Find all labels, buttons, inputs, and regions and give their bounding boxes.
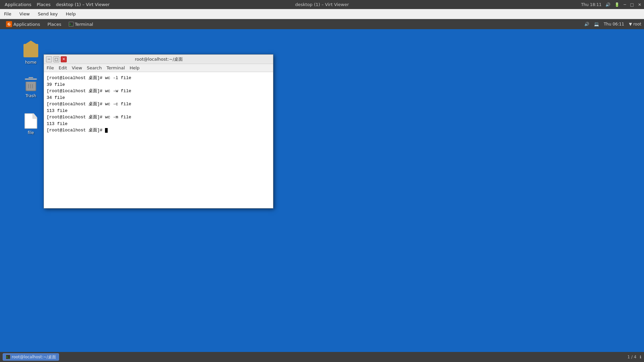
guest-topbar-right: 🔊 💻 Thu 06:11 ▼ root <box>584 22 641 26</box>
terminal-controls: ─ □ ✕ <box>46 56 67 62</box>
terminal-close-btn[interactable]: ✕ <box>61 56 67 62</box>
guest-monitor-icon[interactable]: 💻 <box>594 22 599 26</box>
home-folder-image <box>23 43 39 59</box>
term-line-2: 39 file <box>47 81 270 88</box>
terminal-window: ─ □ ✕ root@localhost:~/桌面 File Edit View… <box>44 54 273 208</box>
trash-label: Trash <box>24 93 37 99</box>
guest-topbar-left: G Applications Places >_ Terminal <box>3 20 97 28</box>
terminal-menu-search[interactable]: Search <box>87 65 102 70</box>
host-topbar: Applications Places desktop (1) – Virt V… <box>0 0 644 9</box>
virt-menu-sendkey[interactable]: Send key <box>37 11 59 17</box>
guest-applications-menu[interactable]: G Applications <box>3 20 43 28</box>
virt-menu-help[interactable]: Help <box>64 11 77 17</box>
term-line-5: [root@localhost 桌面]# wc -c file <box>47 101 270 108</box>
terminal-menu-terminal[interactable]: Terminal <box>106 65 125 70</box>
guest-places-label: Places <box>47 22 61 27</box>
host-close[interactable]: ✕ <box>638 2 641 7</box>
host-topbar-center: desktop (1) – Virt Viewer <box>295 2 349 7</box>
file-icon[interactable]: file <box>17 113 44 135</box>
terminal-menu-file[interactable]: File <box>47 65 54 70</box>
term-line-6: 113 file <box>47 108 270 114</box>
guest-taskbar: >_ root@localhost:~/桌面 1 / 4 ℹ <box>0 352 644 362</box>
taskbar-term-icon: >_ <box>6 355 10 359</box>
guest-page-indicator: 1 / 4 <box>627 355 636 359</box>
terminal-icon: >_ <box>69 22 73 26</box>
guest-area: G Applications Places >_ Terminal 🔊 💻 Th… <box>0 19 644 362</box>
terminal-minimize-btn[interactable]: ─ <box>46 56 52 62</box>
file-image <box>23 113 39 129</box>
terminal-menu-view[interactable]: View <box>72 65 82 70</box>
terminal-cursor <box>105 128 108 133</box>
guest-applications-label: Applications <box>13 22 40 27</box>
guest-time: Thu 06:11 <box>604 22 624 26</box>
home-folder-label: home <box>24 60 38 65</box>
desktop: home Trash file <box>0 29 644 352</box>
trash-lid <box>25 78 37 80</box>
host-applications-menu[interactable]: Applications <box>3 1 33 8</box>
host-maximize[interactable]: □ <box>630 2 634 7</box>
host-battery: 🔋 <box>614 2 620 7</box>
host-volume[interactable]: 🔊 <box>605 2 610 7</box>
home-folder-icon[interactable]: home <box>17 43 44 65</box>
terminal-title: root@localhost:~/桌面 <box>67 56 251 62</box>
trash-icon[interactable]: Trash <box>17 76 44 99</box>
guest-info-icon[interactable]: ℹ <box>640 355 641 359</box>
guest-terminal-label: Terminal <box>75 22 93 27</box>
guest-volume-icon[interactable]: 🔊 <box>584 22 589 26</box>
terminal-body[interactable]: [root@localhost 桌面]# wc -l file 39 file … <box>44 72 273 208</box>
host-topbar-right: Thu 18:11 🔊 🔋 ─ □ ✕ <box>581 2 641 7</box>
guest-taskbar-terminal-btn[interactable]: >_ root@localhost:~/桌面 <box>3 353 59 361</box>
term-line-9: [root@localhost 桌面]# <box>47 127 270 134</box>
virt-viewer-window: File View Send key Help G Applications P… <box>0 9 644 362</box>
virt-menubar: File View Send key Help <box>0 9 644 19</box>
terminal-menubar: File Edit View Search Terminal Help <box>44 64 273 72</box>
term-line-7: [root@localhost 桌面]# wc -m file <box>47 114 270 121</box>
guest-topbar: G Applications Places >_ Terminal 🔊 💻 Th… <box>0 19 644 29</box>
term-line-3: [root@localhost 桌面]# wc -w file <box>47 88 270 95</box>
host-time: Thu 18:11 <box>581 2 601 7</box>
trash-handle <box>29 77 33 78</box>
virt-menu-view[interactable]: View <box>18 11 31 17</box>
guest-taskbar-right: 1 / 4 ℹ <box>627 355 641 359</box>
host-topbar-left: Applications Places desktop (1) – Virt V… <box>3 1 112 8</box>
gnome-apps-icon: G <box>6 21 12 27</box>
term-line-4: 34 file <box>47 95 270 101</box>
terminal-menu-edit[interactable]: Edit <box>59 65 67 70</box>
host-places-menu[interactable]: Places <box>35 1 52 8</box>
trash-image <box>23 76 39 92</box>
home-folder-shape <box>23 44 38 57</box>
virt-menu-file[interactable]: File <box>3 11 13 17</box>
terminal-maximize-btn[interactable]: □ <box>53 56 59 62</box>
host-window-label: desktop (1) – Virt Viewer <box>54 1 112 8</box>
file-label: file <box>27 130 35 135</box>
term-line-1: [root@localhost 桌面]# wc -l file <box>47 75 270 81</box>
trash-body <box>25 82 36 91</box>
guest-places-menu[interactable]: Places <box>44 20 64 28</box>
guest-user[interactable]: ▼ root <box>629 22 641 26</box>
guest-terminal-menu[interactable]: >_ Terminal <box>65 20 97 28</box>
term-line-8: 113 file <box>47 121 270 127</box>
trash-shape <box>25 77 37 91</box>
terminal-menu-help[interactable]: Help <box>129 65 140 70</box>
file-shape <box>24 113 37 129</box>
taskbar-terminal-label: root@localhost:~/桌面 <box>12 354 56 360</box>
terminal-titlebar: ─ □ ✕ root@localhost:~/桌面 <box>44 55 273 64</box>
host-minimize[interactable]: ─ <box>624 2 626 7</box>
